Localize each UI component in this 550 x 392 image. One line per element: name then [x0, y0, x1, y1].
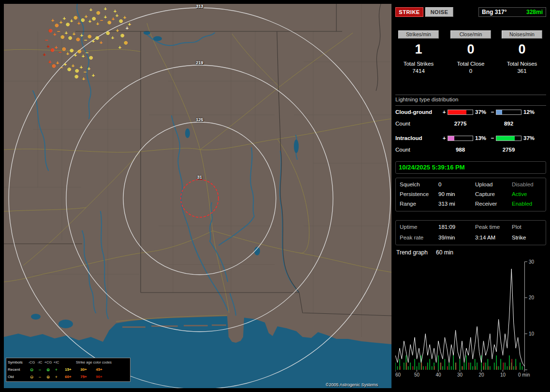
- svg-text:+: +: [53, 31, 56, 37]
- svg-text:⊕: ⊕: [67, 67, 71, 72]
- svg-text:20: 20: [478, 372, 484, 378]
- svg-text:+: +: [82, 76, 85, 82]
- plus-sign: +: [442, 135, 447, 141]
- svg-text:−: −: [84, 69, 87, 75]
- plot-label: Plot: [512, 224, 521, 230]
- svg-text:⊕: ⊕: [92, 16, 96, 21]
- cg-neg-icon: ⊖: [28, 375, 36, 379]
- svg-text:+: +: [64, 61, 67, 67]
- svg-text:+: +: [104, 6, 107, 12]
- svg-text:+: +: [55, 44, 58, 50]
- cg-negative-count: 892: [496, 121, 521, 126]
- svg-text:10: 10: [500, 372, 506, 378]
- svg-text:+: +: [87, 66, 90, 71]
- noise-indicator[interactable]: NOISE: [425, 7, 453, 17]
- svg-text:⊕: ⊕: [68, 35, 72, 41]
- peak-time-label: Peak time: [475, 224, 500, 230]
- noises-per-min-value: 0: [498, 42, 546, 57]
- cg-positive-count: 2775: [448, 121, 473, 126]
- svg-text:⊕: ⊕: [120, 33, 124, 38]
- cloud-ground-count-row: Count 2775 892: [395, 121, 546, 127]
- svg-text:⊕: ⊕: [87, 34, 91, 39]
- squelch-value: 0: [438, 182, 441, 187]
- ic-positive-pct: 13%: [475, 135, 486, 141]
- upload-status: Disabled: [512, 182, 534, 187]
- stats-box: Uptime 181:09 Peak time Plot Peak rate 3…: [395, 220, 546, 245]
- svg-text:⊕: ⊕: [124, 40, 128, 45]
- intracloud-count-row: Count 988 2759: [395, 147, 546, 154]
- svg-text:⊕: ⊕: [48, 28, 52, 33]
- svg-text:+: +: [104, 14, 107, 20]
- svg-text:⊕: ⊕: [75, 68, 79, 73]
- cg-positive-bar: [448, 110, 473, 115]
- range-ring-label: 219: [196, 60, 203, 65]
- legend-col-header: -IC: [36, 360, 44, 364]
- ic-neg-icon: −: [36, 375, 44, 379]
- lightning-map[interactable]: +⊕++⊕+⊕+⊕++⊕+−+⊕++⊕+⊕+−⊕+⊕+⊕+−⊕+⊕++⊕+−⊕+…: [4, 4, 391, 388]
- map-legend: Symbols -CG -IC +CG +IC Strike age color…: [6, 358, 130, 382]
- count-label: Count: [395, 121, 410, 126]
- age-code: 60+: [60, 375, 76, 379]
- svg-text:⊕: ⊕: [60, 34, 64, 40]
- svg-text:⊕: ⊕: [62, 46, 66, 52]
- svg-text:60: 60: [395, 372, 401, 378]
- trend-graph: 1020300 min605040302010: [395, 259, 546, 382]
- strikes-per-min-button[interactable]: Strikes/min: [398, 30, 439, 39]
- svg-text:+: +: [48, 59, 51, 65]
- svg-text:⊕: ⊕: [74, 74, 78, 79]
- receiver-status: Enabled: [512, 201, 532, 207]
- noises-per-min-button[interactable]: Noises/min: [502, 30, 542, 39]
- svg-text:+: +: [116, 28, 119, 33]
- ic-negative-count: 2759: [496, 147, 521, 153]
- age-code: 15+: [60, 367, 76, 372]
- svg-text:+: +: [89, 7, 92, 13]
- upload-label: Upload: [475, 182, 492, 187]
- svg-text:+: +: [85, 14, 87, 19]
- intracloud-row: Intracloud + 13% − 37%: [395, 135, 546, 142]
- range-value: 313 mi: [438, 201, 455, 207]
- svg-text:⊕: ⊕: [107, 20, 111, 25]
- minus-sign: −: [490, 109, 495, 115]
- svg-text:30: 30: [529, 259, 535, 265]
- svg-text:40: 40: [435, 372, 441, 378]
- svg-text:⊕: ⊕: [55, 23, 58, 28]
- bearing-display: Bng 317° 328mi: [478, 7, 546, 17]
- strike-indicator[interactable]: STRIKE: [395, 7, 423, 17]
- close-per-min-button[interactable]: Close/min: [450, 30, 491, 39]
- cg-positive-bar-fill: [448, 110, 466, 114]
- ic-negative-pct: 37%: [523, 135, 535, 141]
- svg-text:⊕: ⊕: [52, 63, 56, 69]
- range-ring-label: 125: [196, 117, 203, 122]
- age-code: 90+: [91, 375, 107, 379]
- total-strikes-value: 7414: [394, 68, 443, 74]
- svg-text:⊕: ⊕: [106, 30, 110, 36]
- cg-negative-pct: 12%: [523, 109, 535, 115]
- total-close-label: Total Close: [447, 61, 495, 67]
- ic-pos-icon: +: [52, 367, 60, 372]
- svg-text:+: +: [72, 31, 75, 37]
- svg-text:+: +: [51, 17, 54, 23]
- cloud-ground-row: Cloud-ground + 37% − 12%: [395, 109, 546, 116]
- ic-pos-icon: +: [52, 375, 60, 379]
- svg-text:+: +: [72, 63, 74, 69]
- svg-text:+: +: [63, 15, 66, 21]
- peak-time-value: 3:14 AM: [475, 235, 495, 240]
- bearing-label: Bng 317°: [482, 9, 507, 15]
- total-noises-value: 361: [498, 68, 546, 74]
- receiver-label: Receiver: [475, 201, 497, 207]
- svg-text:+: +: [111, 35, 114, 41]
- svg-text:+: +: [66, 51, 69, 56]
- plus-sign: +: [442, 109, 447, 115]
- svg-text:⊕: ⊕: [77, 49, 81, 54]
- legend-symbols-header: Symbols: [6, 360, 28, 364]
- legend-row-label: Recent: [6, 367, 28, 372]
- svg-text:+: +: [56, 60, 59, 66]
- range-ring-label: 31: [197, 175, 202, 180]
- cg-pos-icon: ⊕: [44, 367, 52, 372]
- close-per-min-value: 0: [447, 42, 495, 57]
- legend-col-header: +IC: [52, 360, 60, 364]
- cg-pos-icon: ⊕: [44, 375, 52, 379]
- uptime-value: 181:09: [438, 224, 455, 230]
- age-code: 45+: [91, 367, 107, 372]
- total-close-value: 0: [447, 68, 495, 74]
